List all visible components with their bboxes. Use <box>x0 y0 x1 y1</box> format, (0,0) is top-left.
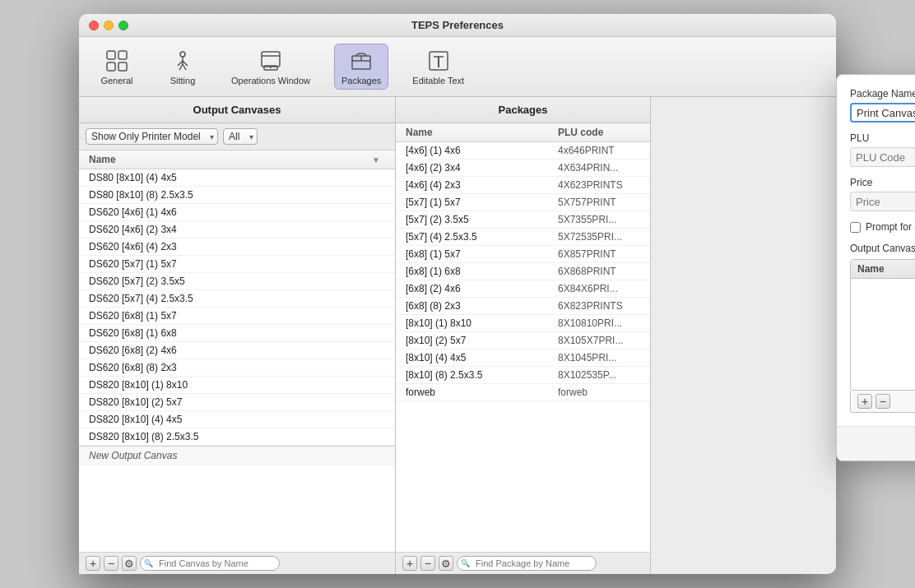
package-search-input[interactable] <box>457 556 597 571</box>
output-canvases-list[interactable]: DS80 [8x10] (4) 4x5 DS80 [8x10] (8) 2.5x… <box>79 169 395 552</box>
titlebar: TEPS Preferences <box>79 14 836 37</box>
toolbar-item-operations[interactable]: Operations Window <box>224 44 318 90</box>
package-name-label: Package Name <box>850 88 915 100</box>
package-form: Package Name PLU Price Quantity <box>837 75 915 426</box>
list-item[interactable]: DS820 [8x10] (2) 5x7 <box>79 394 395 411</box>
toolbar-label-general: General <box>100 76 132 86</box>
sort-icon: ▼ <box>372 155 385 164</box>
list-item[interactable]: DS620 [6x8] (1) 5x7 <box>79 308 395 325</box>
package-detail-panel: Package Name PLU Price Quantity <box>836 74 915 461</box>
package-name-group: Package Name <box>850 88 915 123</box>
plu-input[interactable] <box>850 147 915 167</box>
list-item[interactable]: DS820 [8x10] (1) 8x10 <box>79 377 395 394</box>
list-item[interactable]: DS620 [5x7] (4) 2.5x3.5 <box>79 290 395 308</box>
output-canvases-table-body <box>851 279 915 386</box>
plu-group: PLU <box>850 132 915 167</box>
svg-rect-3 <box>118 63 127 71</box>
main-window: TEPS Preferences General <box>79 14 836 574</box>
package-item[interactable]: [6x8] (1) 5x76X857PRINT <box>396 246 650 263</box>
toolbar-label-editable-text: Editable Text <box>412 76 464 86</box>
traffic-lights <box>89 21 128 30</box>
package-item[interactable]: [6x8] (8) 2x36X823PRINTS <box>396 298 650 315</box>
prompt-email-checkbox[interactable] <box>850 222 861 233</box>
package-item[interactable]: [4x6] (4) 2x34X623PRINTS <box>396 177 650 194</box>
add-canvas-button[interactable]: + <box>86 556 100 571</box>
package-item[interactable]: [8x10] (8) 2.5x3.58X102535P... <box>396 367 650 384</box>
packages-plu-col-header: PLU code <box>558 127 640 138</box>
remove-output-canvas-button[interactable]: − <box>876 394 890 409</box>
list-item[interactable]: DS620 [4x6] (1) 4x6 <box>79 204 395 221</box>
toolbar-label-operations: Operations Window <box>231 76 310 86</box>
output-canvases-table-footer: + − <box>850 391 915 413</box>
package-item[interactable]: [6x8] (2) 4x66X84X6PRI... <box>396 280 650 298</box>
packages-header: Packages <box>396 97 650 123</box>
svg-line-9 <box>183 64 186 70</box>
operations-icon <box>258 48 284 74</box>
filter-bar: Show Only Printer Model All <box>79 123 395 150</box>
svg-point-4 <box>180 52 185 57</box>
price-quantity-row: Price Quantity Prompt for quantity <box>850 177 915 211</box>
list-item[interactable]: DS620 [5x7] (1) 5x7 <box>79 256 395 273</box>
packages-name-col-header: Name <box>406 127 558 138</box>
package-item[interactable]: [4x6] (1) 4x64x646PRINT <box>396 142 650 160</box>
name-column-header: Name <box>89 154 372 165</box>
packages-icon <box>348 48 374 74</box>
toolbar-item-editable-text[interactable]: Editable Text <box>405 44 471 90</box>
maximize-button[interactable] <box>118 21 128 30</box>
price-input[interactable] <box>850 192 915 211</box>
package-item[interactable]: [5x7] (2) 3.5x55X7355PRI... <box>396 211 650 229</box>
gear-icon: ⚙ <box>441 558 451 569</box>
size-filter-select-wrapper: All <box>223 128 258 145</box>
content-area: Output Canvases Show Only Printer Model … <box>79 97 836 574</box>
package-search-wrapper <box>457 556 643 571</box>
list-item[interactable]: DS620 [4x6] (2) 3x4 <box>79 221 395 238</box>
prompt-email-label: Prompt for email when adding package <box>866 221 915 233</box>
svg-rect-1 <box>118 51 127 59</box>
package-item[interactable]: [4x6] (2) 3x44X634PRIN... <box>396 160 650 177</box>
prompt-email-row: Prompt for email when adding package <box>850 221 915 233</box>
size-filter-select[interactable]: All <box>223 128 258 145</box>
list-item[interactable]: DS620 [6x8] (1) 6x8 <box>79 325 395 342</box>
add-package-button[interactable]: + <box>402 556 417 571</box>
package-item[interactable]: [8x10] (4) 4x58X1045PRI... <box>396 350 650 367</box>
price-label: Price <box>850 177 915 188</box>
svg-rect-0 <box>107 51 115 59</box>
package-item[interactable]: [8x10] (2) 5x78X105X7PRI... <box>396 332 650 350</box>
packages-list-header: Name PLU code <box>396 123 650 142</box>
remove-package-button[interactable]: − <box>420 556 435 571</box>
list-item[interactable]: DS820 [8x10] (4) 4x5 <box>79 411 395 428</box>
list-item[interactable]: DS80 [8x10] (8) 2.5x3.5 <box>79 187 395 204</box>
toolbar-item-general[interactable]: General <box>92 44 142 90</box>
printer-model-select[interactable]: Show Only Printer Model <box>86 128 218 145</box>
settings-package-button[interactable]: ⚙ <box>439 556 453 571</box>
package-item[interactable]: [5x7] (1) 5x75X757PRINT <box>396 194 650 211</box>
canvas-search-input[interactable] <box>140 556 280 571</box>
settings-canvas-button[interactable]: ⚙ <box>122 556 137 571</box>
close-button[interactable] <box>89 21 99 30</box>
dialog-footer: Cancel Save <box>837 426 915 461</box>
toolbar: General Sitting <box>79 37 836 97</box>
new-canvas-item[interactable]: New Output Canvas <box>79 446 395 465</box>
svg-line-8 <box>179 64 183 70</box>
list-item[interactable]: DS620 [4x6] (4) 2x3 <box>79 238 395 256</box>
list-item[interactable]: DS820 [8x10] (8) 2.5x3.5 <box>79 428 395 446</box>
package-name-input[interactable] <box>850 103 915 123</box>
package-item[interactable]: [5x7] (4) 2.5x3.55X72535PRI... <box>396 229 650 246</box>
list-item[interactable]: DS620 [6x8] (8) 2x3 <box>79 359 395 377</box>
package-item[interactable]: [6x8] (1) 6x86X868PRINT <box>396 263 650 280</box>
list-item[interactable]: DS620 [5x7] (2) 3.5x5 <box>79 273 395 290</box>
list-item[interactable]: DS80 [8x10] (4) 4x5 <box>79 169 395 187</box>
toolbar-label-sitting: Sitting <box>170 76 196 86</box>
svg-rect-2 <box>107 63 115 71</box>
toolbar-item-packages[interactable]: Packages <box>334 44 388 90</box>
package-item[interactable]: forwebforweb <box>396 384 650 401</box>
packages-list[interactable]: [4x6] (1) 4x64x646PRINT [4x6] (2) 3x44X6… <box>396 142 650 552</box>
remove-canvas-button[interactable]: − <box>104 556 118 571</box>
output-canvases-table[interactable]: Name <box>850 259 915 391</box>
minimize-button[interactable] <box>104 21 114 30</box>
package-item[interactable]: [8x10] (1) 8x108X10810PRI... <box>396 315 650 332</box>
list-item[interactable]: DS620 [6x8] (2) 4x6 <box>79 342 395 359</box>
add-output-canvas-button[interactable]: + <box>857 394 872 409</box>
toolbar-item-sitting[interactable]: Sitting <box>158 44 207 90</box>
output-canvases-section-label: Output Canvases <box>850 243 915 254</box>
